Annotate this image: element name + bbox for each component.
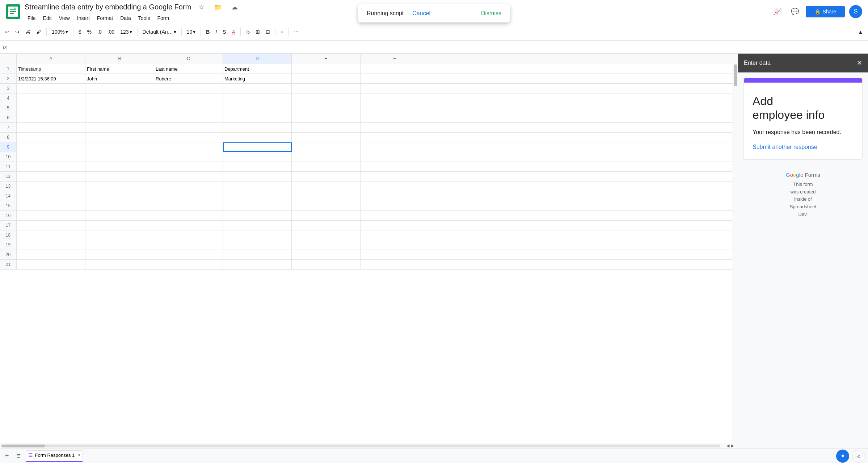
- all-sheets-button[interactable]: ☰: [14, 450, 23, 462]
- cell-b1[interactable]: First name: [85, 64, 154, 74]
- cell-e2[interactable]: [292, 74, 361, 83]
- formula-separator: [10, 43, 10, 51]
- toolbar-separator-5: [201, 28, 201, 36]
- menu-format[interactable]: Format: [94, 14, 116, 22]
- comments-icon[interactable]: 💬: [788, 5, 801, 18]
- row-number: 1: [0, 64, 17, 74]
- table-row: 18: [0, 230, 738, 240]
- font-family-button[interactable]: Default (Ari… ▾: [140, 28, 178, 36]
- col-header-f[interactable]: F: [361, 54, 429, 64]
- formula-bar: fx: [0, 41, 868, 54]
- star-icon[interactable]: ☆: [195, 1, 208, 14]
- scroll-right-icon[interactable]: ▶: [731, 443, 734, 448]
- formula-input[interactable]: [13, 44, 865, 50]
- zoom-button[interactable]: 100% ▾: [50, 28, 70, 36]
- table-row: 1 Timestamp First name Last name Departm…: [0, 64, 738, 74]
- sheet-tab-icon: ☰: [28, 452, 33, 458]
- cell-f1[interactable]: [361, 64, 429, 74]
- avatar[interactable]: S: [849, 5, 862, 18]
- table-row: 7: [0, 123, 738, 133]
- collapse-toolbar-button[interactable]: ▲: [856, 28, 865, 36]
- col-header-a[interactable]: A: [17, 54, 85, 64]
- format-123-button[interactable]: 123 ▾: [118, 28, 134, 36]
- percent-button[interactable]: %: [85, 28, 94, 36]
- menu-tools[interactable]: Tools: [135, 14, 153, 22]
- print-button[interactable]: 🖨: [23, 28, 33, 36]
- menu-form[interactable]: Form: [154, 14, 172, 22]
- table-row: 10: [0, 152, 738, 162]
- col-header-d[interactable]: D: [223, 54, 292, 64]
- col-header-c[interactable]: C: [154, 54, 223, 64]
- menu-file[interactable]: File: [25, 14, 39, 22]
- dec-inc-button[interactable]: .00: [105, 28, 117, 36]
- strikethrough-button[interactable]: S: [220, 28, 228, 36]
- cell-c1[interactable]: Last name: [154, 64, 223, 74]
- dec-dec-button[interactable]: .0: [95, 28, 104, 36]
- toolbar-separator-1: [46, 28, 47, 36]
- more-button[interactable]: ⋯: [292, 28, 301, 36]
- column-headers: A B C D E F: [0, 54, 738, 64]
- google-forms-logo: Google Forms: [744, 171, 862, 179]
- form-footer: Google Forms This formwas createdinside …: [738, 165, 868, 224]
- text-color-button[interactable]: A: [230, 28, 237, 36]
- table-row: 11: [0, 162, 738, 172]
- folder-icon[interactable]: 📁: [211, 1, 224, 14]
- share-button[interactable]: 🔒 Share: [806, 6, 845, 17]
- sheet-tab-form-responses[interactable]: ☰ Form Responses 1 ▾: [26, 450, 83, 462]
- panel-title: Enter data: [744, 60, 771, 66]
- scroll-left-icon[interactable]: ◀: [726, 443, 729, 448]
- cell-a2[interactable]: 1/2/2021 15:36:09: [17, 74, 85, 83]
- menu-edit[interactable]: Edit: [40, 14, 55, 22]
- cloud-icon[interactable]: ☁: [228, 1, 241, 14]
- table-row: 19: [0, 240, 738, 250]
- cell-e1[interactable]: [292, 64, 361, 74]
- menu-data[interactable]: Data: [117, 14, 134, 22]
- bold-button[interactable]: B: [204, 28, 212, 36]
- redo-button[interactable]: ↪: [13, 28, 22, 36]
- paint-format-button[interactable]: 🖌: [34, 28, 43, 36]
- col-header-b[interactable]: B: [85, 54, 154, 64]
- toast-cancel-link[interactable]: Cancel: [412, 10, 430, 17]
- toolbar-separator-8: [288, 28, 289, 36]
- add-sheet-button[interactable]: +: [3, 450, 11, 462]
- svg-rect-2: [10, 11, 16, 12]
- spreadsheet-area: A B C D E F 1 Timestamp First name Last …: [0, 54, 738, 449]
- align-button[interactable]: ≡: [278, 28, 286, 36]
- toast-notification: Running script Cancel Dismiss: [358, 4, 510, 22]
- currency-button[interactable]: $: [76, 28, 84, 36]
- merge-button[interactable]: ⊟: [264, 28, 272, 36]
- toast-dismiss-link[interactable]: Dismiss: [481, 10, 501, 17]
- col-header-e[interactable]: E: [292, 54, 361, 64]
- borders-button[interactable]: ⊞: [253, 28, 262, 36]
- right-panel: Enter data ✕ Addemployee info Your respo…: [738, 54, 868, 449]
- cell-c2[interactable]: Robere: [154, 74, 223, 83]
- form-title: Addemployee info: [753, 94, 854, 122]
- collapse-panel-button[interactable]: «: [852, 450, 865, 463]
- submit-another-response-link[interactable]: Submit another response: [753, 144, 817, 150]
- smart-fill-button[interactable]: ✦: [836, 450, 849, 463]
- cell-d2[interactable]: Marketing: [223, 74, 292, 83]
- toolbar-separator-2: [73, 28, 73, 36]
- tab-dropdown-icon[interactable]: ▾: [78, 453, 80, 458]
- table-row: 4: [0, 93, 738, 103]
- cell-f2[interactable]: [361, 74, 429, 83]
- undo-button[interactable]: ↩: [3, 28, 12, 36]
- font-size-button[interactable]: 10 ▾: [185, 28, 198, 36]
- document-title: Streamline data entry by embedding a Goo…: [25, 3, 191, 11]
- panel-close-button[interactable]: ✕: [857, 59, 862, 67]
- cell-b2[interactable]: John: [85, 74, 154, 83]
- menu-view[interactable]: View: [56, 14, 73, 22]
- explore-icon[interactable]: 📈: [771, 5, 784, 18]
- cell-d1[interactable]: Department: [223, 64, 292, 74]
- table-row: 17: [0, 221, 738, 230]
- table-row: 12: [0, 172, 738, 182]
- cell-a1[interactable]: Timestamp: [17, 64, 85, 74]
- table-row: 5: [0, 103, 738, 113]
- form-card: Addemployee info Your response has been …: [744, 78, 862, 159]
- vertical-scrollbar[interactable]: [733, 64, 738, 443]
- horizontal-scrollbar[interactable]: [0, 443, 722, 449]
- selected-cell-d9[interactable]: [223, 142, 292, 152]
- fill-color-button[interactable]: ◇: [244, 28, 252, 36]
- italic-button[interactable]: I: [213, 28, 219, 36]
- menu-insert[interactable]: Insert: [74, 14, 93, 22]
